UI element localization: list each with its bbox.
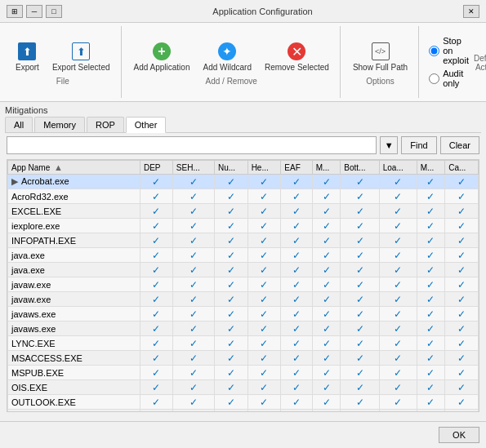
dropdown-arrow[interactable]: ▼: [380, 136, 398, 154]
check-cell[interactable]: ✓: [172, 189, 214, 204]
check-cell[interactable]: ✓: [445, 336, 479, 351]
check-cell[interactable]: ✓: [140, 307, 172, 322]
check-cell[interactable]: ✓: [214, 277, 247, 292]
table-row[interactable]: javaw.exe✓✓✓✓✓✓✓✓✓✓: [8, 292, 479, 307]
table-row[interactable]: javaws.exe✓✓✓✓✓✓✓✓✓✓: [8, 322, 479, 336]
table-row[interactable]: javaw.exe✓✓✓✓✓✓✓✓✓✓: [8, 277, 479, 292]
table-row[interactable]: java.exe✓✓✓✓✓✓✓✓✓✓: [8, 263, 479, 277]
check-cell[interactable]: ✓: [445, 219, 479, 233]
check-cell[interactable]: ✓: [281, 380, 312, 395]
check-cell[interactable]: ✓: [247, 277, 281, 292]
check-cell[interactable]: ✓: [417, 322, 445, 336]
check-cell[interactable]: ✓: [172, 395, 214, 410]
check-cell[interactable]: ✓: [140, 219, 172, 233]
check-cell[interactable]: ✓: [341, 233, 379, 248]
check-cell[interactable]: ✓: [341, 292, 379, 307]
check-cell[interactable]: ✓: [341, 277, 379, 292]
check-cell[interactable]: ✓: [140, 292, 172, 307]
check-cell[interactable]: ✓: [140, 204, 172, 219]
check-cell[interactable]: ✓: [140, 380, 172, 395]
check-cell[interactable]: ✓: [417, 336, 445, 351]
check-cell[interactable]: ✓: [172, 307, 214, 322]
check-cell[interactable]: ✓: [281, 263, 312, 277]
check-cell[interactable]: ✓: [172, 219, 214, 233]
check-cell[interactable]: ✓: [445, 410, 479, 413]
check-cell[interactable]: ✓: [379, 263, 417, 277]
check-cell[interactable]: ✓: [214, 219, 247, 233]
check-cell[interactable]: ✓: [312, 351, 341, 366]
check-cell[interactable]: ✓: [341, 189, 379, 204]
check-cell[interactable]: ✓: [247, 307, 281, 322]
check-cell[interactable]: ✓: [341, 380, 379, 395]
check-cell[interactable]: ✓: [214, 366, 247, 380]
check-cell[interactable]: ✓: [417, 263, 445, 277]
check-cell[interactable]: ✓: [214, 204, 247, 219]
check-cell[interactable]: ✓: [379, 366, 417, 380]
check-cell[interactable]: ✓: [417, 233, 445, 248]
check-cell[interactable]: ✓: [312, 322, 341, 336]
check-cell[interactable]: ✓: [445, 292, 479, 307]
check-cell[interactable]: ✓: [445, 351, 479, 366]
check-cell[interactable]: ✓: [341, 410, 379, 413]
add-application-button[interactable]: + Add Application: [128, 38, 196, 75]
stop-on-exploit-radio[interactable]: Stop on exploit: [429, 36, 469, 65]
check-cell[interactable]: ✓: [341, 322, 379, 336]
check-cell[interactable]: ✓: [445, 204, 479, 219]
check-cell[interactable]: ✓: [379, 204, 417, 219]
show-full-path-button[interactable]: </> Show Full Path: [347, 38, 413, 75]
check-cell[interactable]: ✓: [281, 233, 312, 248]
check-cell[interactable]: ✓: [247, 380, 281, 395]
check-cell[interactable]: ✓: [445, 263, 479, 277]
check-cell[interactable]: ✓: [312, 410, 341, 413]
check-cell[interactable]: ✓: [312, 366, 341, 380]
check-cell[interactable]: ✓: [214, 336, 247, 351]
check-cell[interactable]: ✓: [247, 395, 281, 410]
check-cell[interactable]: ✓: [281, 189, 312, 204]
check-cell[interactable]: ✓: [172, 263, 214, 277]
check-cell[interactable]: ✓: [247, 219, 281, 233]
check-cell[interactable]: ✓: [281, 322, 312, 336]
table-row[interactable]: AcroRd32.exe✓✓✓✓✓✓✓✓✓✓: [8, 189, 479, 204]
check-cell[interactable]: ✓: [312, 380, 341, 395]
check-cell[interactable]: ✓: [140, 322, 172, 336]
check-cell[interactable]: ✓: [445, 248, 479, 263]
check-cell[interactable]: ✓: [379, 322, 417, 336]
check-cell[interactable]: ✓: [214, 322, 247, 336]
check-cell[interactable]: ✓: [417, 351, 445, 366]
table-row[interactable]: INFOPATH.EXE✓✓✓✓✓✓✓✓✓✓: [8, 233, 479, 248]
check-cell[interactable]: ✓: [417, 380, 445, 395]
check-cell[interactable]: ✓: [172, 322, 214, 336]
check-cell[interactable]: ✓: [214, 248, 247, 263]
check-cell[interactable]: ✓: [172, 366, 214, 380]
check-cell[interactable]: ✓: [417, 248, 445, 263]
check-cell[interactable]: ✓: [214, 380, 247, 395]
check-cell[interactable]: ✓: [214, 263, 247, 277]
check-cell[interactable]: ✓: [247, 263, 281, 277]
check-cell[interactable]: ✓: [214, 292, 247, 307]
table-row[interactable]: LYNC.EXE✓✓✓✓✓✓✓✓✓✓: [8, 336, 479, 351]
check-cell[interactable]: ✓: [214, 410, 247, 413]
check-cell[interactable]: ✓: [247, 322, 281, 336]
check-cell[interactable]: ✓: [247, 351, 281, 366]
check-cell[interactable]: ✓: [379, 351, 417, 366]
check-cell[interactable]: ✓: [140, 366, 172, 380]
check-cell[interactable]: ✓: [417, 410, 445, 413]
add-wildcard-button[interactable]: ✦ Add Wildcard: [197, 38, 256, 75]
tab-all[interactable]: All: [5, 117, 33, 132]
audit-only-radio[interactable]: Audit only: [429, 69, 469, 88]
table-row[interactable]: java.exe✓✓✓✓✓✓✓✓✓✓: [8, 248, 479, 263]
tab-memory[interactable]: Memory: [34, 117, 85, 132]
check-cell[interactable]: ✓: [379, 277, 417, 292]
check-cell[interactable]: ✓: [281, 175, 312, 189]
check-cell[interactable]: ✓: [281, 292, 312, 307]
check-cell[interactable]: ✓: [172, 410, 214, 413]
check-cell[interactable]: ✓: [379, 380, 417, 395]
check-cell[interactable]: ✓: [341, 395, 379, 410]
check-cell[interactable]: ✓: [341, 336, 379, 351]
check-cell[interactable]: ✓: [281, 248, 312, 263]
minimize-button[interactable]: ─: [26, 5, 42, 18]
check-cell[interactable]: ✓: [445, 233, 479, 248]
check-cell[interactable]: ✓: [172, 292, 214, 307]
check-cell[interactable]: ✓: [417, 219, 445, 233]
ok-button[interactable]: OK: [439, 427, 479, 443]
